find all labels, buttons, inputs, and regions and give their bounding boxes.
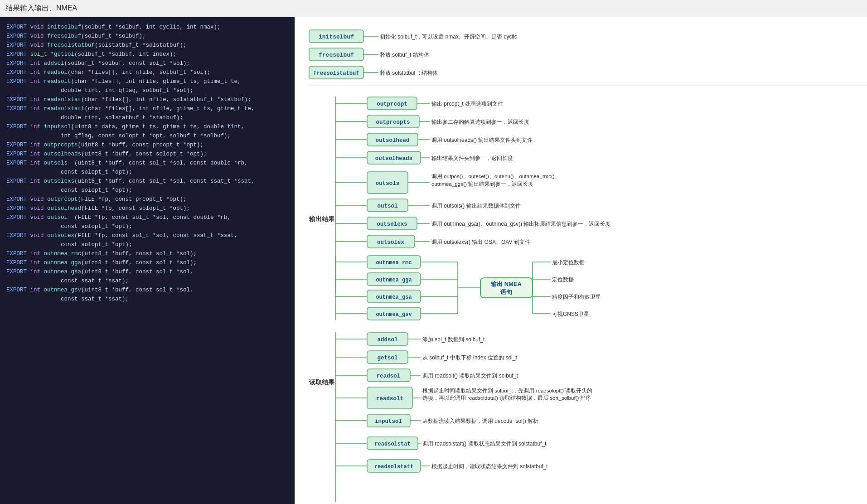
readsol-desc: 调用 readsolt() 读取结果文件到 solbuf_t [422,373,518,379]
nmea-rmc-desc: 最小定位数据 [552,259,585,266]
outnmea-gsa-label: outnmea_gsa [376,294,412,300]
category-output-label: 输出结果 [309,215,335,223]
outsolhead-desc: 调用 outsolheads() 输出结果文件头到文件 [431,137,533,143]
outsolex-label: outsolex [377,239,405,246]
outsols-desc2: outnmea_gga() 输出结果到参一，返回长度 [431,181,533,187]
freesolstatbuf-desc: 释放 solstatbuf_t 结构体 [380,70,438,76]
getsol-desc: 从 solbuf_t 中取下标 index 位置的 sol_t [422,354,517,361]
addsol-label: addsol [377,337,397,343]
freesolbuf-label: freesolbuf [319,52,354,58]
outnmea-rmc-label: outnmea_rmc [376,260,412,266]
category-read-label: 读取结果 [309,378,335,386]
nmea-center-label2: 语句 [500,289,512,296]
outprcopt-label: outprcopt [377,101,407,107]
initsolbuf-desc: 初始化 solbuf_t，可以设置 nmax、开辟空间、是否 cyclic [380,34,517,40]
outsolexs-desc: 调用 outnmea_gsa()、outnmea_gsv() 输出拓展结果信息到… [431,221,610,227]
outsolheads-label: outsolheads [375,155,413,162]
outprcopts-desc: 输出参二存的解算选项到参一，返回长度 [431,119,529,125]
page-title: 结果输入输出、NMEA [0,0,867,17]
diagram-panel: initsolbuf 初始化 solbuf_t，可以设置 nmax、开辟空间、是… [295,17,867,504]
nmea-center-label1: 输出 NMEA [490,281,522,287]
outsolhead-label: outsolhead [375,137,409,144]
diagram-svg: initsolbuf 初始化 solbuf_t，可以设置 nmax、开辟空间、是… [308,26,867,504]
outprcopts-label: outprcopts [376,119,410,126]
outnmea-gsv-label: outnmea_gsv [376,311,412,318]
readsol-label: readsol [377,373,401,379]
readsolstatt-label: readsolstatt [374,464,413,470]
outnmea-gga-label: outnmea_gga [376,277,412,283]
outsols-label: outsols [376,180,400,187]
main-content: EXPORT void initsolbuf(solbuf_t *solbuf,… [0,17,867,504]
readsolt-label: readsolt [376,396,403,402]
readsolt-desc1: 根据起止时间读取结果文件到 solbuf_t，先调用 readsolopt() … [422,388,592,393]
readsolstatt-desc: 根据起止时间，读取状态结果文件到 solstatbuf_t [431,463,548,470]
nmea-gga-desc: 定位数据 [552,276,574,283]
outsol-label: outsol [377,203,397,209]
initsolbuf-label: initsolbuf [319,34,354,40]
nmea-gsv-desc: 可视GNSS卫星 [552,311,589,317]
nmea-gsa-desc: 精度因子和有效卫星 [552,294,601,300]
inputsol-desc: 从数据流读入结果数据，调用 decode_sol() 解析 [422,418,538,424]
addsol-desc: 添加 sol_t 数据到 solbuf_t [422,336,485,343]
outsol-desc: 调用 outsols() 输出结果数据体到文件 [431,203,521,209]
readsolstat-desc: 调用 readsolstatt() 读取状态结果文件到 solstatbuf_t [422,441,547,447]
outsolex-desc: 调用 outsolexs() 输出 GSA、GAV 到文件 [431,239,530,245]
readsolt-desc2: 选项，再以此调用 readsoldata() 读取结构数据，最后 sort_so… [422,395,591,401]
outsolheads-desc: 输出结果文件头到参一，返回长度 [431,155,513,161]
freesolstatbuf-label: freesolstatbuf [314,70,359,77]
code-panel: EXPORT void initsolbuf(solbuf_t *solbuf,… [0,17,295,504]
getsol-label: getsol [377,355,397,361]
outsolexs-label: outsolexs [377,221,407,228]
inputsol-label: inputsol [375,418,402,425]
outprcopt-desc: 输出 prcopt_t 处理选项到文件 [431,101,503,107]
freesolbuf-desc: 释放 solbuf_t 结构体 [380,52,429,58]
outsols-desc1: 调用 outpos()、outecef()、outenu()、outnmea_r… [431,174,560,179]
readsolstat-label: readsolstat [374,441,410,447]
